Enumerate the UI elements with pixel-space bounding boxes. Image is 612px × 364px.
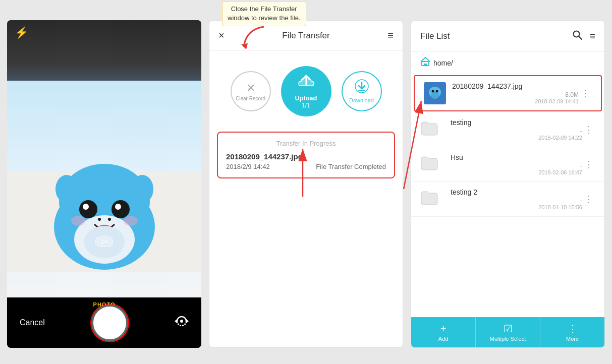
tooltip-line1: Close the File Transfer [231,5,297,13]
transfer-status: Transfer In Progress [226,140,386,147]
file-item-name: Hsu [451,153,582,161]
file-transfer-menu-button[interactable]: ≡ [387,30,394,41]
svg-point-18 [180,320,183,323]
add-label: Add [438,336,449,342]
clear-record-button[interactable]: ✕ Clear Record [231,71,271,111]
file-item-name: testing 2 [451,188,582,196]
file-item-meta: - [451,162,582,169]
tooltip-line2: window to review the file. [228,14,301,22]
file-item-meta: 8.0M [452,91,579,98]
svg-point-3 [55,175,78,203]
camera-top-bar: ⚡ [7,20,201,45]
file-list-item[interactable]: 20180209_144237.jpg 8.0M 2018-02-09 14:4… [414,75,602,111]
file-item-date: 2018-02-06 16:47 [451,169,582,175]
file-item-name: 20180209_144237.jpg [452,82,579,90]
file-item-info: testing 2 - 2018-01-10 15:56 [451,188,582,210]
download-label: Download [349,97,374,103]
upload-button[interactable]: Upload 1/1 [281,66,331,116]
file-transfer-close-button[interactable]: × [218,30,225,41]
svg-point-7 [83,204,89,210]
upload-label: Upload [295,94,317,102]
svg-line-21 [579,36,582,39]
clear-x-icon: ✕ [246,82,255,95]
file-transfer-actions: ✕ Clear Record Upload 1/1 [209,51,403,127]
svg-point-6 [79,200,97,218]
more-label: More [566,336,579,342]
svg-marker-17 [175,319,177,323]
svg-marker-0 [241,43,248,49]
transfer-completed-label: File Transfer Completed [316,163,386,170]
camera-viewfinder: 1× [7,20,201,313]
flash-icon[interactable]: ⚡ [15,26,28,39]
svg-point-28 [436,90,438,93]
camera-panel: 1× ⚡ PHOTO Cancel [7,20,201,348]
upload-count: 1/1 [302,102,310,109]
file-list-item[interactable]: Hsu - 2018-02-06 16:47 ⋮ [411,147,604,182]
add-button[interactable]: + Add [411,317,476,347]
file-list-item[interactable]: testing 2 - 2018-01-10 15:56 ⋮ [411,182,604,217]
file-item-date: 2018-01-10 15:56 [451,204,582,210]
file-list-item[interactable]: testing - 2018-02-09 14:22 ⋮ [411,112,604,147]
svg-point-13 [71,216,85,226]
file-item-date: 2018-02-09 14:41 [452,98,579,104]
shutter-button[interactable] [93,307,126,339]
svg-point-27 [432,90,434,93]
more-icon: ⋮ [568,323,578,335]
file-item-info: 20180209_144237.jpg 8.0M 2018-02-09 14:4… [452,82,579,104]
file-item-more-button[interactable]: ⋮ [582,157,595,172]
file-path: home/ [433,59,453,67]
shutter-wrapper [90,304,129,342]
zoom-indicator[interactable]: 1× [95,236,114,247]
file-item-more-button[interactable]: ⋮ [582,192,595,207]
svg-rect-23 [424,64,427,66]
add-icon: + [440,323,447,335]
folder-icon [420,155,438,174]
file-item-date: 2018-02-09 14:22 [451,135,582,141]
home-icon [420,57,430,69]
file-thumbnail [424,82,446,104]
tooltip-arrow [239,24,269,54]
download-button[interactable]: Download [342,71,382,111]
file-item-meta: - [451,128,582,135]
tooltip-box: Close the File Transfer window to review… [222,1,306,26]
svg-point-12 [108,218,111,221]
svg-marker-16 [186,319,189,323]
clear-record-label: Clear Record [236,96,265,101]
svg-point-11 [98,218,101,221]
file-item-more-button[interactable]: ⋮ [579,86,592,101]
file-item-info: testing - 2018-02-09 14:22 [451,118,582,141]
upload-cloud-icon [297,74,315,93]
flip-camera-button[interactable] [175,314,189,331]
svg-point-8 [112,200,130,218]
more-button[interactable]: ⋮ More [540,317,604,347]
file-item-info: Hsu - 2018-02-06 16:47 [451,153,582,175]
file-list-items: 20180209_144237.jpg 8.0M 2018-02-09 14:4… [411,74,604,217]
svg-point-9 [115,204,121,210]
transfer-record-box: Transfer In Progress 20180209_144237.jpg… [217,132,395,178]
file-transfer-panel: × File Transfer ≡ ✕ Clear Record Uploa [209,20,403,348]
multiple-select-button[interactable]: ☑ Multiple Select [476,317,540,347]
file-item-meta: - [451,197,582,204]
file-item-name: testing [451,118,582,127]
file-list-title: File List [420,31,450,41]
file-item-more-button[interactable]: ⋮ [582,122,595,137]
transfer-date: 2018/2/9 14:42 [226,163,270,170]
file-transfer-title: File Transfer [282,31,329,41]
file-list-header: File List ≡ [411,21,604,52]
multiple-select-icon: ☑ [504,323,513,335]
file-list-search-button[interactable] [572,30,582,42]
camera-bottom-bar: PHOTO Cancel [7,297,201,348]
file-list-bottom-bar: + Add ☑ Multiple Select ⋮ More [411,317,604,347]
svg-point-26 [431,92,439,99]
file-list-header-icons: ≡ [572,30,595,42]
camera-cancel-button[interactable]: Cancel [20,318,45,327]
folder-icon [420,190,438,209]
breadcrumb: home/ [411,52,604,74]
svg-point-4 [131,175,153,203]
transfer-filename: 20180209_144237.jpg [226,152,386,161]
file-list-panel: File List ≡ home/ [411,20,605,348]
file-list-menu-button[interactable]: ≡ [590,30,595,42]
download-icon [355,79,369,96]
svg-point-14 [124,216,138,226]
file-item-size: 8.0M [565,91,579,98]
